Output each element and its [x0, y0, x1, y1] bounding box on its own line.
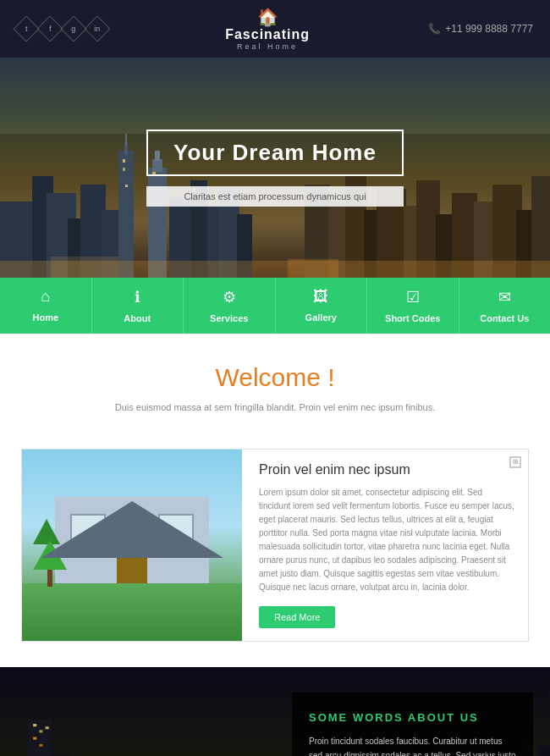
read-more-button[interactable]: Read More	[259, 606, 335, 628]
linkedin-icon[interactable]: in	[84, 15, 110, 41]
hero-content: Your Dream Home Claritas est etiam proce…	[146, 130, 404, 207]
about-section: SOME WORDS ABOUT US Proin tincidunt soda…	[0, 667, 550, 757]
nav-services[interactable]: ⚙ Services	[184, 278, 276, 334]
welcome-subtitle: Duis euismod massa at sem fringilla blan…	[106, 400, 444, 415]
nav-about[interactable]: ℹ About	[92, 278, 184, 334]
card-title: Proin vel enim nec ipsum	[259, 462, 515, 477]
phone-number: 📞 +11 999 8888 7777	[428, 23, 533, 35]
google-plus-icon[interactable]: g	[60, 15, 86, 41]
grass	[22, 583, 242, 641]
phone-icon: 📞	[428, 23, 441, 35]
about-title: SOME WORDS ABOUT US	[309, 711, 516, 724]
header: t f g in 🏠 Fascinating Real Home 📞 +11 9…	[0, 0, 550, 58]
nav-shortcodes[interactable]: ☑ Short Codes	[367, 278, 459, 334]
logo-subtitle: Real Home	[225, 42, 310, 51]
nav-gallery[interactable]: 🖼 Gallery	[276, 278, 368, 334]
twitter-icon[interactable]: t	[13, 15, 39, 41]
svg-rect-33	[125, 185, 128, 187]
nav-contact[interactable]: ✉ Contact Us	[459, 278, 551, 334]
hero-subtitle: Claritas est etiam processum dynamicus q…	[146, 186, 404, 207]
property-card: ⊞ Proin vel enim nec ipsum Lorem ipsum d…	[21, 449, 529, 642]
svg-rect-50	[46, 726, 49, 729]
gallery-icon: 🖼	[280, 288, 363, 306]
svg-rect-52	[39, 743, 42, 746]
hero-title: Your Dream Home	[173, 140, 377, 166]
hero-section: Your Dream Home Claritas est etiam proce…	[0, 58, 550, 278]
svg-rect-51	[33, 737, 36, 739]
tree-trunk	[47, 570, 52, 587]
social-icons: t f g in	[17, 19, 107, 38]
svg-rect-48	[33, 724, 36, 726]
svg-rect-32	[123, 168, 125, 171]
property-image	[22, 450, 242, 641]
logo-name: Fascinating	[225, 27, 310, 42]
svg-rect-47	[28, 719, 52, 756]
nav-about-label: About	[124, 313, 151, 323]
welcome-section: Welcome ! Duis euismod massa at sem frin…	[0, 334, 550, 432]
hero-title-box: Your Dream Home	[146, 130, 404, 176]
svg-rect-7	[118, 151, 134, 278]
check-icon: ☑	[371, 288, 454, 306]
svg-rect-8	[124, 142, 128, 155]
nav-shortcodes-label: Short Codes	[385, 313, 440, 323]
svg-rect-38	[51, 257, 118, 278]
nav-home-label: Home	[32, 312, 58, 323]
facebook-icon[interactable]: f	[36, 15, 63, 41]
svg-rect-67	[538, 745, 550, 756]
gear-icon: ⚙	[188, 288, 271, 306]
nav-services-label: Services	[210, 313, 248, 323]
card-body: Lorem ipsum dolor sit amet, consectetur …	[259, 486, 515, 594]
nav-gallery-label: Gallery	[305, 312, 337, 323]
svg-rect-31	[123, 159, 125, 163]
card-corner-icon: ⊞	[509, 456, 521, 468]
nav-contact-label: Contact Us	[480, 313, 529, 323]
mail-icon: ✉	[464, 288, 547, 306]
welcome-title: Welcome !	[17, 363, 533, 392]
info-icon: ℹ	[96, 288, 179, 306]
svg-marker-40	[40, 501, 224, 559]
about-text: Proin tincidunt sodales faucibus. Curabi…	[309, 734, 516, 757]
home-icon: ⌂	[4, 288, 87, 306]
logo: 🏠 Fascinating Real Home	[225, 7, 310, 51]
about-box: SOME WORDS ABOUT US Proin tincidunt soda…	[292, 693, 533, 757]
svg-rect-9	[125, 134, 127, 144]
navigation: ⌂ Home ℹ About ⚙ Services 🖼 Gallery ☑ Sh…	[0, 278, 550, 334]
svg-rect-39	[288, 259, 338, 278]
logo-icon: 🏠	[225, 7, 310, 27]
nav-home[interactable]: ⌂ Home	[0, 278, 92, 334]
card-section: ⊞ Proin vel enim nec ipsum Lorem ipsum d…	[0, 432, 550, 667]
svg-rect-49	[39, 730, 42, 732]
card-content: ⊞ Proin vel enim nec ipsum Lorem ipsum d…	[242, 450, 528, 641]
